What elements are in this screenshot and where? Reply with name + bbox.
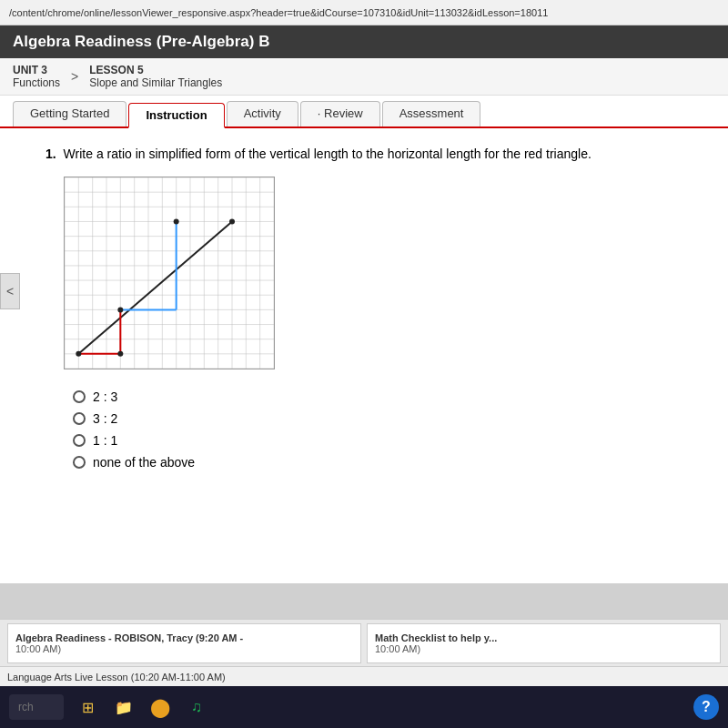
option-3[interactable]: 1 : 1 <box>73 433 701 448</box>
option-1-label: 2 : 3 <box>93 389 117 404</box>
taskbar-icon-help[interactable]: ? <box>693 694 719 720</box>
left-nav-button[interactable]: < <box>0 273 20 309</box>
radio-3[interactable] <box>73 434 86 447</box>
lesson-name: Slope and Similar Triangles <box>89 76 222 89</box>
notification-bar: Algebra Readiness - ROBISON, Tracy (9:20… <box>0 619 728 666</box>
breadcrumb-unit: UNIT 3 Functions <box>13 64 60 89</box>
question-number: 1. <box>46 147 56 161</box>
taskbar-search-input[interactable] <box>9 694 64 720</box>
tab-review[interactable]: · Review <box>300 101 380 126</box>
taskbar: ⊞ 📁 ⬤ ♫ ? <box>0 686 728 728</box>
option-2[interactable]: 3 : 2 <box>73 411 701 426</box>
bottom-area: Algebra Readiness - ROBISON, Tracy (9:20… <box>0 619 728 728</box>
course-title: Algebra Readiness (Pre-Algebra) B <box>13 33 269 50</box>
radio-1[interactable] <box>73 390 86 403</box>
live-lesson-bar: Language Arts Live Lesson (10:20 AM-11:0… <box>0 666 728 686</box>
notification-2[interactable]: Math Checklist to help y... 10:00 AM) <box>367 623 721 663</box>
lesson-label: LESSON 5 <box>89 64 222 76</box>
live-lesson-text: Language Arts Live Lesson (10:20 AM-11:0… <box>7 672 226 682</box>
graph-container <box>64 177 275 373</box>
option-4[interactable]: none of the above <box>73 455 701 470</box>
tab-activity[interactable]: Activity <box>227 101 298 126</box>
option-1[interactable]: 2 : 3 <box>73 389 701 404</box>
notif-1-title: Algebra Readiness - ROBISON, Tracy (9:20… <box>15 632 353 643</box>
breadcrumb: UNIT 3 Functions > LESSON 5 Slope and Si… <box>0 58 728 96</box>
option-3-label: 1 : 1 <box>93 433 117 448</box>
tab-assessment[interactable]: Assessment <box>382 101 481 126</box>
left-arrow-icon: < <box>6 284 14 298</box>
notif-2-title: Math Checklist to help y... <box>375 632 713 643</box>
unit-label: UNIT 3 <box>13 64 60 76</box>
radio-4[interactable] <box>73 456 86 469</box>
taskbar-icon-folder[interactable]: 📁 <box>111 694 136 720</box>
url-bar: /content/chrome/online/lessonViewer_resp… <box>0 0 728 25</box>
taskbar-icon-windows[interactable]: ⊞ <box>75 694 100 720</box>
content-area: 1. Write a ratio in simplified form of t… <box>0 128 728 583</box>
notification-1[interactable]: Algebra Readiness - ROBISON, Tracy (9:20… <box>7 623 361 663</box>
url-text: /content/chrome/online/lessonViewer_resp… <box>9 7 548 18</box>
taskbar-icon-spotify[interactable]: ♫ <box>184 694 209 720</box>
question-text: 1. Write a ratio in simplified form of t… <box>46 145 701 164</box>
unit-name: Functions <box>13 76 60 89</box>
tab-getting-started[interactable]: Getting Started <box>13 101 126 126</box>
breadcrumb-lesson: LESSON 5 Slope and Similar Triangles <box>89 64 222 89</box>
lesson-viewer: Algebra Readiness (Pre-Algebra) B UNIT 3… <box>0 25 728 583</box>
course-title-bar: Algebra Readiness (Pre-Algebra) B <box>0 25 728 58</box>
option-4-label: none of the above <box>93 455 195 470</box>
options-list: 2 : 3 3 : 2 1 : 1 none of the above <box>73 389 701 470</box>
graph-canvas <box>64 177 275 369</box>
radio-2[interactable] <box>73 412 86 425</box>
question-body: Write a ratio in simplified form of the … <box>64 147 592 161</box>
taskbar-icon-chrome[interactable]: ⬤ <box>147 694 173 720</box>
notif-2-time: 10:00 AM) <box>375 643 713 654</box>
nav-tabs: Getting Started Instruction Activity · R… <box>0 96 728 128</box>
tab-instruction[interactable]: Instruction <box>128 103 224 128</box>
breadcrumb-chevron: > <box>71 69 78 84</box>
notif-1-time: 10:00 AM) <box>15 643 353 654</box>
option-2-label: 3 : 2 <box>93 411 117 426</box>
